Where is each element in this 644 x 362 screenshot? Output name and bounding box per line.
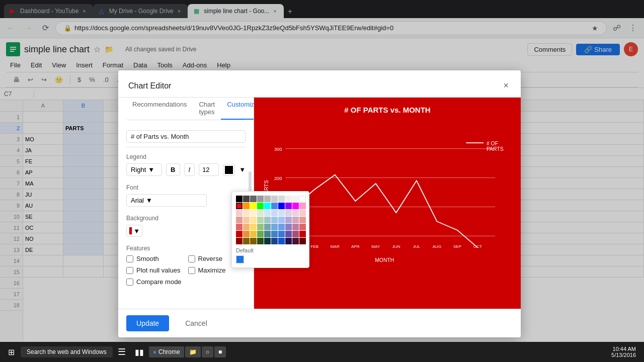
color-cell-lightgray4[interactable] bbox=[285, 196, 292, 202]
color-cell-r6-2[interactable] bbox=[243, 231, 250, 237]
color-cell-r6-3[interactable] bbox=[250, 231, 257, 237]
color-cell-r7-3[interactable] bbox=[250, 238, 257, 244]
color-cell-black[interactable] bbox=[236, 196, 243, 202]
color-cell-r5-4[interactable] bbox=[257, 224, 264, 230]
legend-bold-button[interactable]: B bbox=[166, 163, 180, 176]
color-cell-r4-10[interactable] bbox=[299, 217, 306, 223]
color-cell-r6-9[interactable] bbox=[292, 231, 299, 237]
color-cell-lightgray3[interactable] bbox=[278, 196, 285, 202]
color-cell-r7-8[interactable] bbox=[285, 238, 292, 244]
tab-recommendations[interactable]: Recommendations bbox=[126, 98, 193, 120]
color-cell-r6-4[interactable] bbox=[257, 231, 264, 237]
compare-mode-checkbox-row: Compare mode bbox=[126, 278, 184, 286]
color-cell-lightgray2[interactable] bbox=[271, 196, 278, 202]
color-cell-r7-6[interactable] bbox=[271, 238, 278, 244]
color-cell-r5-3[interactable] bbox=[250, 224, 257, 230]
chart-title-input[interactable]: # of Parts vs. Month bbox=[126, 130, 246, 143]
color-cell-r5-10[interactable] bbox=[299, 224, 306, 230]
legend-italic-button[interactable]: I bbox=[184, 163, 195, 176]
tab-chart-types[interactable]: Chart types bbox=[193, 98, 221, 120]
reverse-checkbox[interactable] bbox=[188, 255, 195, 262]
color-cell-purple[interactable] bbox=[285, 203, 292, 209]
color-cell-gray[interactable] bbox=[257, 196, 264, 202]
color-cell-r5-5[interactable] bbox=[264, 224, 271, 230]
taskbar-search[interactable]: Search the web and Windows bbox=[21, 346, 113, 357]
color-cell-r5-6[interactable] bbox=[271, 224, 278, 230]
start-button[interactable]: ⊞ bbox=[4, 345, 19, 359]
dialog-close-button[interactable]: × bbox=[501, 78, 511, 93]
color-cell-r5-2[interactable] bbox=[243, 224, 250, 230]
color-cell-darkgray2[interactable] bbox=[250, 196, 257, 202]
default-color-swatch[interactable] bbox=[236, 255, 244, 263]
color-cell-white[interactable] bbox=[299, 196, 306, 202]
color-cell-darkblue[interactable] bbox=[278, 203, 285, 209]
color-cell-blue[interactable] bbox=[271, 203, 278, 209]
color-cell-darkgray1[interactable] bbox=[243, 196, 250, 202]
taskbar-other2[interactable]: ■ bbox=[214, 346, 226, 357]
color-cell-r3-8[interactable] bbox=[285, 210, 292, 216]
color-cell-r7-7[interactable] bbox=[278, 238, 285, 244]
font-selector-box[interactable]: Arial ▼ bbox=[126, 194, 207, 207]
color-cell-nearwhite[interactable] bbox=[292, 196, 299, 202]
color-cell-r6-5[interactable] bbox=[264, 231, 271, 237]
taskbar-other1[interactable]: ○ bbox=[202, 346, 213, 357]
update-button[interactable]: Update bbox=[126, 315, 169, 331]
color-cell-r7-2[interactable] bbox=[243, 238, 250, 244]
color-cell-red[interactable] bbox=[236, 203, 243, 209]
color-cell-r3-6[interactable] bbox=[271, 210, 278, 216]
color-cell-lightgray1[interactable] bbox=[264, 196, 271, 202]
color-cell-r7-5[interactable] bbox=[264, 238, 271, 244]
compare-mode-checkbox[interactable] bbox=[126, 279, 133, 286]
tab-customization[interactable]: Customization bbox=[221, 98, 254, 120]
color-cell-r4-6[interactable] bbox=[271, 217, 278, 223]
color-cell-r3-2[interactable] bbox=[243, 210, 250, 216]
taskbar-explorer[interactable]: 📁 bbox=[185, 346, 201, 357]
color-cell-green[interactable] bbox=[257, 203, 264, 209]
color-cell-r4-2[interactable] bbox=[243, 217, 250, 223]
color-cell-r6-6[interactable] bbox=[271, 231, 278, 237]
color-cell-r3-5[interactable] bbox=[264, 210, 271, 216]
legend-position-select[interactable]: Right ▼ bbox=[126, 163, 162, 176]
color-cell-pink[interactable] bbox=[299, 203, 306, 209]
color-cell-r6-10[interactable] bbox=[299, 231, 306, 237]
color-cell-r4-1[interactable] bbox=[236, 217, 243, 223]
color-cell-r3-7[interactable] bbox=[278, 210, 285, 216]
taskbar-task-view[interactable]: ▮▮ bbox=[131, 345, 148, 359]
cancel-button[interactable]: Cancel bbox=[175, 315, 217, 331]
smooth-checkbox[interactable] bbox=[126, 255, 133, 262]
color-cell-r3-9[interactable] bbox=[292, 210, 299, 216]
color-cell-cyan[interactable] bbox=[264, 203, 271, 209]
color-cell-r7-9[interactable] bbox=[292, 238, 299, 244]
font-form-row: Arial ▼ bbox=[126, 194, 246, 207]
color-cell-r4-9[interactable] bbox=[292, 217, 299, 223]
color-cell-r7-1[interactable] bbox=[236, 238, 243, 244]
color-cell-r6-1[interactable] bbox=[236, 231, 243, 237]
color-cell-r5-9[interactable] bbox=[292, 224, 299, 230]
color-cell-r5-7[interactable] bbox=[278, 224, 285, 230]
color-cell-r4-5[interactable] bbox=[264, 217, 271, 223]
color-cell-r3-1[interactable] bbox=[236, 210, 243, 216]
color-cell-r4-8[interactable] bbox=[285, 217, 292, 223]
color-cell-r3-10[interactable] bbox=[299, 210, 306, 216]
color-cell-yellow[interactable] bbox=[250, 203, 257, 209]
color-cell-r4-3[interactable] bbox=[250, 217, 257, 223]
color-cell-orange[interactable] bbox=[243, 203, 250, 209]
color-cell-r7-4[interactable] bbox=[257, 238, 264, 244]
color-cell-magenta[interactable] bbox=[292, 203, 299, 209]
color-cell-r3-3[interactable] bbox=[250, 210, 257, 216]
color-cell-r4-7[interactable] bbox=[278, 217, 285, 223]
color-cell-r6-8[interactable] bbox=[285, 231, 292, 237]
color-cell-r7-10[interactable] bbox=[299, 238, 306, 244]
color-cell-r3-4[interactable] bbox=[257, 210, 264, 216]
color-cell-r5-1[interactable] bbox=[236, 224, 243, 230]
color-cell-r6-7[interactable] bbox=[278, 231, 285, 237]
legend-font-size-input[interactable] bbox=[199, 163, 219, 176]
taskbar-chrome[interactable]: ● Chrome bbox=[149, 346, 184, 357]
background-color-swatch[interactable]: ▼ bbox=[126, 225, 142, 237]
color-cell-r5-8[interactable] bbox=[285, 224, 292, 230]
taskbar-cortana[interactable]: ☰ bbox=[114, 344, 130, 359]
color-cell-r4-4[interactable] bbox=[257, 217, 264, 223]
plot-null-checkbox[interactable] bbox=[126, 267, 133, 274]
maximize-checkbox[interactable] bbox=[188, 267, 195, 274]
legend-color-swatch[interactable] bbox=[223, 164, 235, 176]
